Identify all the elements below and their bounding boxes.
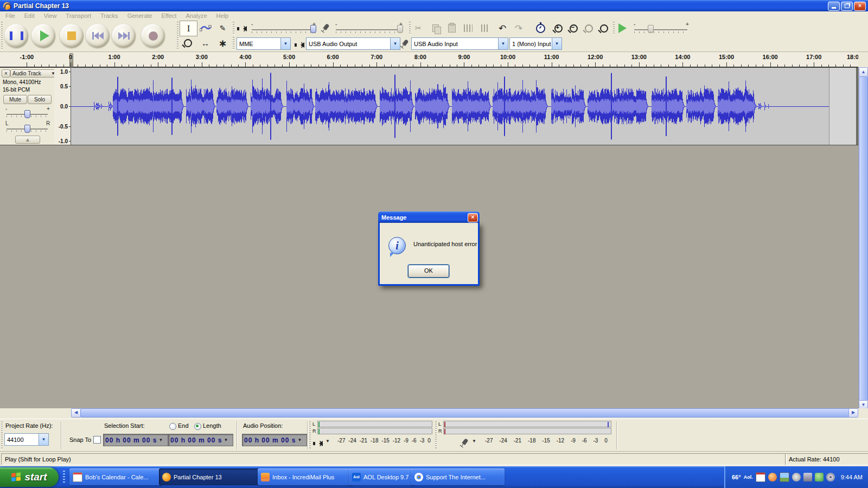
ruler-tick (56, 65, 56, 67)
audio-position-field[interactable]: 00 h 00 m 00 s▼ (242, 434, 307, 446)
vertical-scrollbar[interactable]: ▲ ▼ (859, 67, 868, 410)
ruler-label: 9:00 (458, 54, 470, 60)
menu-help[interactable]: Help (215, 12, 231, 19)
ruler-tick (216, 65, 217, 67)
chevron-down-icon[interactable]: ▼ (472, 439, 476, 444)
track-waveform-area[interactable] (71, 68, 856, 145)
taskbar-button[interactable]: Partial Chapter 13 (159, 468, 261, 485)
length-radio[interactable] (194, 423, 201, 430)
fit-project-button[interactable] (597, 22, 611, 35)
track-menu-button[interactable]: Audio Track▼ (10, 69, 58, 78)
aol-tray-icon[interactable]: Aol. (744, 474, 753, 480)
play-button[interactable] (31, 24, 55, 48)
undo-button[interactable]: ↶ (495, 22, 509, 35)
taskbar-button[interactable]: AolAOL Desktop 9.7 - Co... (349, 468, 415, 485)
ok-button[interactable]: OK (408, 265, 449, 278)
meter-scale-label: 0 (604, 438, 608, 444)
zoom-tool[interactable] (180, 36, 196, 50)
playback-device-select[interactable]: USB Audio Output▼ (306, 37, 400, 50)
rewind-button[interactable] (86, 24, 110, 48)
menu-file[interactable]: File (4, 12, 17, 19)
ruler-tick (41, 65, 42, 67)
incredimail-tray-icon[interactable] (768, 473, 777, 481)
pause-button[interactable] (4, 24, 28, 48)
draw-tool[interactable]: ✎ (214, 21, 231, 35)
start-button[interactable]: start (0, 467, 59, 487)
project-rate-select[interactable]: 44100▼ (4, 433, 49, 446)
scroll-left-button[interactable]: ◀ (71, 408, 81, 418)
vertical-scroll-thumb[interactable] (859, 76, 868, 401)
paste-button (445, 22, 459, 35)
multi-tool[interactable]: ∗ (214, 36, 231, 50)
waveform-canvas[interactable] (71, 68, 856, 145)
update-tray-icon[interactable] (815, 473, 824, 481)
scroll-up-button[interactable]: ▲ (859, 67, 868, 77)
forward-button[interactable] (112, 24, 136, 48)
horizontal-scroll-thumb[interactable] (80, 408, 850, 418)
restore-button[interactable] (841, 2, 853, 11)
dialog-close-button[interactable]: × (468, 213, 478, 222)
taskbar-button[interactable]: Support The Internet... (411, 468, 505, 485)
meter-scale-label: -24 (348, 438, 356, 444)
timer-button[interactable] (533, 22, 547, 35)
minimize-button[interactable] (828, 2, 840, 11)
solo-button[interactable]: Solo (28, 95, 52, 104)
close-button[interactable]: × (854, 2, 866, 11)
scroll-right-button[interactable]: ▶ (848, 408, 858, 418)
zoom-out-button[interactable] (566, 22, 580, 35)
menu-generate[interactable]: Generate (126, 12, 154, 19)
timeshift-tool[interactable]: ↔ (197, 36, 214, 50)
recording-meter-icon[interactable] (462, 438, 468, 445)
speed-thumb[interactable] (648, 25, 654, 33)
timeline-ruler[interactable]: -1:0001:002:003:004:005:006:007:008:009:… (0, 52, 858, 67)
menu-edit[interactable]: Edit (23, 12, 36, 19)
calendar-tray-icon[interactable] (756, 472, 765, 482)
device-tray-icon[interactable] (803, 473, 812, 481)
channels-select[interactable]: 1 (Mono) Input Ch▼ (509, 37, 562, 50)
playback-meter-icon[interactable] (319, 441, 323, 446)
end-radio[interactable] (169, 423, 176, 430)
speed-slider[interactable] (634, 29, 687, 30)
cd-tray-icon[interactable] (826, 473, 835, 481)
dialog-title-bar[interactable]: Message × (378, 211, 480, 223)
taskbar-button[interactable]: Bob's Calendar - Cale... (69, 468, 163, 485)
edit-toolbar: ✂↶↷ (411, 20, 612, 36)
input-volume-thumb[interactable] (397, 25, 403, 33)
chevron-down-icon: ▼ (224, 438, 228, 442)
play-at-speed-button[interactable] (618, 23, 627, 33)
gain-thumb[interactable] (24, 110, 30, 118)
taskbar-button[interactable]: Inbox - IncrediMail Plus (258, 468, 353, 485)
track-close-button[interactable]: × (2, 69, 10, 78)
selection-start-field[interactable]: 00 h 00 m 00 s▼ (103, 434, 168, 446)
vertical-ruler[interactable]: 1.00.50.0-0.5-1.0 (54, 68, 71, 145)
track-collapse-button[interactable]: ▲ (15, 136, 40, 144)
weather-tray-badge[interactable]: 66° (732, 474, 741, 480)
chevron-down-icon[interactable]: ▼ (326, 439, 330, 444)
mute-button[interactable]: Mute (3, 95, 27, 104)
zoom-in-button[interactable] (551, 22, 565, 35)
output-volume-thumb[interactable] (310, 25, 316, 33)
selection-length-field[interactable]: 00 h 00 m 00 s▼ (168, 434, 233, 446)
dialog-title: Message (381, 214, 406, 221)
envelope-tool[interactable] (197, 21, 214, 35)
stop-button[interactable] (60, 24, 84, 48)
fit-selection-button (582, 22, 596, 35)
taskbar-button-label: Inbox - IncrediMail Plus (272, 474, 334, 480)
record-button[interactable] (141, 24, 165, 48)
pan-thumb[interactable] (24, 125, 30, 133)
menu-effect[interactable]: Effect (160, 12, 178, 19)
recording-device-select[interactable]: USB Audio Input▼ (411, 37, 508, 50)
horizontal-scrollbar[interactable]: ◀ ▶ (71, 408, 858, 418)
clock[interactable]: 9:44 AM (841, 474, 863, 480)
menu-view[interactable]: View (42, 12, 59, 19)
photo-tray-icon[interactable] (780, 472, 789, 482)
selection-tool[interactable]: I (180, 21, 197, 36)
menu-analyze[interactable]: Analyze (184, 12, 208, 19)
host-select[interactable]: MME▼ (237, 37, 291, 50)
volume-tray-icon[interactable] (792, 473, 801, 481)
menu-tracks[interactable]: Tracks (99, 12, 120, 19)
output-volume-slider[interactable] (252, 29, 316, 30)
snap-to-checkbox[interactable] (93, 436, 101, 444)
menu-transport[interactable]: Transport (64, 12, 93, 19)
input-volume-slider[interactable] (336, 29, 401, 30)
